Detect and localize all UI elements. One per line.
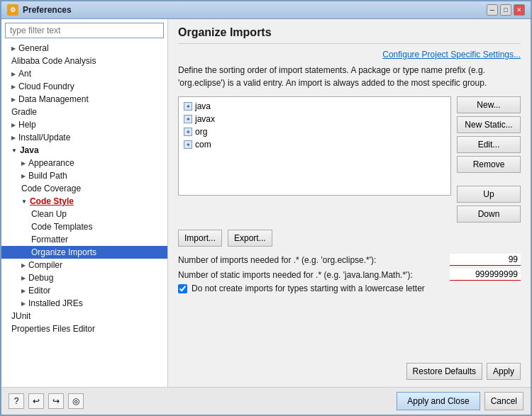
panel-description: Define the sorting order of import state… [178, 64, 521, 89]
configure-link[interactable]: Configure Project Specific Settings... [178, 50, 521, 60]
sidebar-item-editor[interactable]: ▶ Editor [1, 284, 167, 297]
import-export-buttons: Import... Export... [178, 230, 521, 247]
sidebar-item-label: Build Path [28, 171, 67, 181]
search-input[interactable] [5, 23, 164, 38]
maximize-button[interactable]: □ [500, 4, 511, 16]
sidebar-item-label: Organize Imports [31, 247, 96, 257]
bottom-right-buttons: Apply and Close Cancel [397, 392, 523, 410]
down-button[interactable]: Down [457, 206, 521, 223]
sidebar-item-label: Properties Files Editor [11, 324, 95, 334]
sidebar-item-build-path[interactable]: ▶ Build Path [1, 169, 167, 182]
remove-button[interactable]: Remove [457, 156, 521, 173]
sidebar-item-props-files[interactable]: Properties Files Editor [1, 322, 167, 335]
sidebar-item-ant[interactable]: ▶ Ant [1, 67, 167, 80]
sidebar-item-cloud-foundry[interactable]: ▶ Cloud Foundry [1, 80, 167, 93]
close-button[interactable]: ✕ [514, 4, 525, 16]
import-list[interactable]: ✦ java ✦ javax ✦ org ✦ com [178, 96, 451, 196]
expand-icon: ▼ [11, 147, 17, 154]
sidebar-item-label: Compiler [28, 260, 62, 270]
sidebar-item-code-coverage[interactable]: Code Coverage [1, 182, 167, 195]
left-panel: ▶ General Alibaba Code Analysis ▶ Ant ▶ … [1, 19, 168, 387]
sidebar-item-java[interactable]: ▼ Java [1, 144, 167, 157]
title-bar: ⚙ Preferences ─ □ ✕ [1, 1, 531, 19]
sidebar-item-label: Editor [28, 286, 50, 296]
sidebar-item-label: Alibaba Code Analysis [11, 56, 96, 66]
bottom-bar: ? ↩ ↪ ◎ Apply and Close Cancel [1, 387, 531, 415]
bottom-icons: ? ↩ ↪ ◎ [9, 393, 84, 409]
import-button[interactable]: Import... [178, 230, 222, 247]
import-entry-label: java [195, 101, 211, 111]
help-icon[interactable]: ? [9, 393, 24, 409]
import-entry-icon: ✦ [184, 102, 192, 111]
minimize-button[interactable]: ─ [487, 4, 498, 16]
import-entry-label: org [195, 127, 207, 137]
list-item[interactable]: ✦ java [182, 100, 448, 113]
list-item[interactable]: ✦ org [182, 125, 448, 138]
sidebar-item-organize-imports[interactable]: Organize Imports [1, 246, 167, 259]
num-static-label: Number of static imports needed for .* (… [178, 270, 450, 280]
new-button[interactable]: New... [457, 96, 521, 113]
sidebar-item-data-management[interactable]: ▶ Data Management [1, 93, 167, 106]
sidebar-item-label: Code Coverage [21, 184, 81, 193]
lowercase-checkbox[interactable] [178, 284, 187, 293]
cancel-button[interactable]: Cancel [484, 392, 523, 410]
sidebar-item-label: Help [18, 120, 36, 130]
window-icon: ⚙ [7, 4, 18, 16]
lowercase-label: Do not create imports for types starting… [192, 283, 521, 293]
preferences-window: ⚙ Preferences ─ □ ✕ ▶ General Alibaba Co… [0, 0, 532, 416]
expand-icon: ▼ [21, 198, 27, 205]
sidebar-item-general[interactable]: ▶ General [1, 42, 167, 55]
expand-icon: ▶ [11, 122, 16, 128]
sidebar-item-compiler[interactable]: ▶ Compiler [1, 259, 167, 271]
back-icon[interactable]: ↩ [28, 393, 44, 409]
up-button[interactable]: Up [457, 186, 521, 203]
sidebar-item-gradle[interactable]: Gradle [1, 106, 167, 118]
sidebar-item-debug[interactable]: ▶ Debug [1, 271, 167, 284]
list-item[interactable]: ✦ com [182, 138, 448, 151]
import-entry-label: javax [195, 114, 215, 124]
import-buttons: New... New Static... Edit... Remove Up D… [457, 96, 521, 223]
sidebar-item-install-update[interactable]: ▶ Install/Update [1, 131, 167, 144]
sidebar-item-code-style[interactable]: ▼ Code Style [1, 195, 167, 208]
sidebar-item-label: Formatter [31, 235, 68, 244]
expand-icon: ▶ [11, 96, 16, 103]
apply-button[interactable]: Apply [487, 363, 521, 380]
export-button[interactable]: Export... [228, 230, 272, 247]
sidebar-item-label: Ant [18, 69, 31, 79]
lowercase-checkbox-row: Do not create imports for types starting… [178, 283, 521, 293]
expand-icon: ▶ [11, 84, 16, 90]
footer-buttons: Restore Defaults Apply [178, 360, 521, 380]
sidebar-item-label: Code Style [30, 196, 74, 206]
sidebar-item-alibaba[interactable]: Alibaba Code Analysis [1, 55, 167, 67]
sidebar-item-formatter[interactable]: Formatter [1, 233, 167, 246]
sidebar-item-label: Data Management [18, 94, 89, 104]
apply-close-button[interactable]: Apply and Close [397, 392, 480, 410]
sidebar-item-code-templates[interactable]: Code Templates [1, 220, 167, 233]
sidebar-item-label: Gradle [11, 107, 37, 117]
num-static-input[interactable] [450, 269, 521, 281]
expand-icon: ▶ [21, 262, 26, 269]
import-entry-icon: ✦ [184, 140, 192, 149]
sidebar-item-label: Install/Update [18, 133, 70, 142]
num-imports-input[interactable] [450, 254, 521, 266]
new-static-button[interactable]: New Static... [457, 116, 521, 133]
sidebar-item-label: Code Templates [31, 222, 93, 232]
sidebar-item-help[interactable]: ▶ Help [1, 118, 167, 131]
sidebar-item-installed-jres[interactable]: ▶ Installed JREs [1, 297, 167, 310]
import-entry-icon: ✦ [184, 115, 192, 123]
list-item[interactable]: ✦ javax [182, 113, 448, 125]
sidebar-item-label: Debug [28, 273, 53, 283]
tree-container: ▶ General Alibaba Code Analysis ▶ Ant ▶ … [1, 42, 167, 387]
sidebar-item-appearance[interactable]: ▶ Appearance [1, 157, 167, 169]
import-entry-label: com [195, 140, 211, 150]
expand-icon: ▶ [21, 160, 26, 167]
restore-defaults-button[interactable]: Restore Defaults [406, 363, 482, 380]
sidebar-item-junit[interactable]: JUnit [1, 310, 167, 322]
settings-icon[interactable]: ◎ [68, 393, 84, 409]
expand-icon: ▶ [21, 288, 26, 294]
sidebar-item-label: Appearance [28, 158, 74, 168]
forward-icon[interactable]: ↪ [48, 393, 64, 409]
sidebar-item-label: Installed JREs [28, 298, 83, 308]
sidebar-item-clean-up[interactable]: Clean Up [1, 208, 167, 220]
edit-button[interactable]: Edit... [457, 136, 521, 153]
